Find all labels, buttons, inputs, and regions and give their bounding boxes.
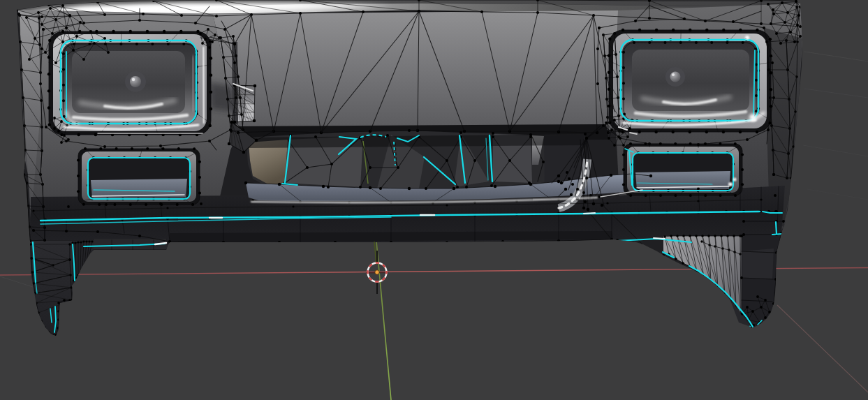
mesh-vertex[interactable] xyxy=(622,51,625,54)
mesh-vertex[interactable] xyxy=(746,138,749,141)
mesh-vertex[interactable] xyxy=(209,57,212,59)
mesh-vertex[interactable] xyxy=(255,139,258,142)
mesh-vertex[interactable] xyxy=(456,186,459,188)
face-center[interactable] xyxy=(213,10,618,133)
mesh-vertex[interactable] xyxy=(659,194,662,197)
mesh-vertex[interactable] xyxy=(770,105,772,108)
mesh-vertex[interactable] xyxy=(697,187,700,190)
mesh-vertex[interactable] xyxy=(446,204,448,206)
mesh-vertex[interactable] xyxy=(587,208,589,211)
mesh-vertex[interactable] xyxy=(638,131,640,133)
mesh-vertex[interactable] xyxy=(767,128,770,131)
mesh-vertex[interactable] xyxy=(592,202,595,205)
mesh-vertex[interactable] xyxy=(719,194,722,197)
mesh-vertex[interactable] xyxy=(622,168,625,171)
mesh-vertex[interactable] xyxy=(54,61,57,64)
mesh-vertex[interactable] xyxy=(233,61,236,64)
mesh-vertex[interactable] xyxy=(704,142,707,145)
mesh-vertex[interactable] xyxy=(228,142,230,145)
mesh-vertex[interactable] xyxy=(789,31,792,34)
mesh-vertex[interactable] xyxy=(198,176,201,179)
mesh-vertex[interactable] xyxy=(741,183,744,186)
mesh-vertex[interactable] xyxy=(695,41,698,44)
mesh-vertex[interactable] xyxy=(253,84,256,87)
mesh-vertex[interactable] xyxy=(756,131,758,133)
mesh-vertex[interactable] xyxy=(560,182,563,184)
mesh-vertex[interactable] xyxy=(135,43,138,45)
mesh-vertex[interactable] xyxy=(494,185,496,188)
mesh-vertex[interactable] xyxy=(770,71,772,74)
mesh-vertex[interactable] xyxy=(649,175,652,177)
mesh-vertex[interactable] xyxy=(760,306,763,309)
mesh-vertex[interactable] xyxy=(113,203,116,206)
mesh-vertex[interactable] xyxy=(767,3,770,6)
mesh-vertex[interactable] xyxy=(82,22,85,24)
mesh-vertex[interactable] xyxy=(159,145,162,147)
mesh-vertex[interactable] xyxy=(589,194,592,197)
mesh-vertex[interactable] xyxy=(568,177,571,180)
mesh-vertex[interactable] xyxy=(182,43,185,45)
mesh-vertex[interactable] xyxy=(645,194,647,197)
mesh-vertex[interactable] xyxy=(564,188,567,191)
mesh-vertex[interactable] xyxy=(682,235,685,237)
mesh-vertex[interactable] xyxy=(670,235,672,237)
mesh-vertex[interactable] xyxy=(622,154,625,156)
mesh-vertex[interactable] xyxy=(209,124,212,127)
mesh-vertex[interactable] xyxy=(726,235,729,237)
mesh-vertex[interactable] xyxy=(570,193,573,196)
mesh-vertex[interactable] xyxy=(608,38,611,40)
mesh-vertex[interactable] xyxy=(582,191,585,194)
mesh-vertex[interactable] xyxy=(741,154,744,156)
leg-right-col-face[interactable] xyxy=(742,249,774,279)
hl-right-knob-hi[interactable] xyxy=(672,73,675,76)
mesh-vertex[interactable] xyxy=(672,131,675,133)
mesh-vertex[interactable] xyxy=(65,27,68,29)
mesh-vertex[interactable] xyxy=(208,140,211,142)
mesh-vertex[interactable] xyxy=(159,202,162,205)
mesh-vertex[interactable] xyxy=(557,180,560,183)
mesh-vertex[interactable] xyxy=(193,147,196,150)
mesh-vertex[interactable] xyxy=(63,134,66,137)
mesh-vertex[interactable] xyxy=(89,30,92,33)
mesh-vertex[interactable] xyxy=(67,138,70,141)
mesh-vertex[interactable] xyxy=(194,22,197,24)
mesh-vertex[interactable] xyxy=(82,203,85,206)
mesh-vertex[interactable] xyxy=(608,54,610,57)
mesh-vertex[interactable] xyxy=(557,175,560,177)
mesh-vertex[interactable] xyxy=(770,54,772,57)
mesh-vertex[interactable] xyxy=(771,61,774,64)
mesh-vertex[interactable] xyxy=(622,97,625,100)
mesh-vertex[interactable] xyxy=(47,89,50,92)
mesh-vertex[interactable] xyxy=(62,84,65,87)
hl-right-knob[interactable] xyxy=(670,72,681,82)
mesh-vertex[interactable] xyxy=(528,182,531,184)
mesh-vertex[interactable] xyxy=(207,28,209,31)
mesh-vertex[interactable] xyxy=(576,188,579,191)
mesh-vertex[interactable] xyxy=(103,37,106,40)
mesh-vertex[interactable] xyxy=(446,159,448,162)
mesh-vertex[interactable] xyxy=(755,79,758,82)
mesh-vertex[interactable] xyxy=(244,182,247,184)
mesh-vertex[interactable] xyxy=(198,161,201,163)
mesh-vertex[interactable] xyxy=(490,184,493,187)
mesh-vertex[interactable] xyxy=(233,43,236,45)
sharp-edge[interactable] xyxy=(776,222,777,234)
mesh-vertex[interactable] xyxy=(214,34,216,36)
mesh-vertex[interactable] xyxy=(48,123,51,126)
mesh-vertex[interactable] xyxy=(772,173,775,176)
mesh-vertex[interactable] xyxy=(617,135,620,138)
mesh-vertex[interactable] xyxy=(793,40,796,43)
mesh-vertex[interactable] xyxy=(53,117,56,119)
mesh-vertex[interactable] xyxy=(34,37,36,40)
mesh-vertex[interactable] xyxy=(93,42,96,45)
mesh-vertex[interactable] xyxy=(584,133,587,135)
mesh-vertex[interactable] xyxy=(707,235,710,237)
mesh-vertex[interactable] xyxy=(379,187,382,190)
mesh-vertex[interactable] xyxy=(756,29,758,31)
mesh-vertex[interactable] xyxy=(638,29,641,31)
mesh-vertex[interactable] xyxy=(605,121,608,124)
mesh-vertex[interactable] xyxy=(659,142,662,145)
mesh-vertex[interactable] xyxy=(608,71,610,74)
mesh-vertex[interactable] xyxy=(105,203,108,206)
mesh-vertex[interactable] xyxy=(408,187,411,190)
